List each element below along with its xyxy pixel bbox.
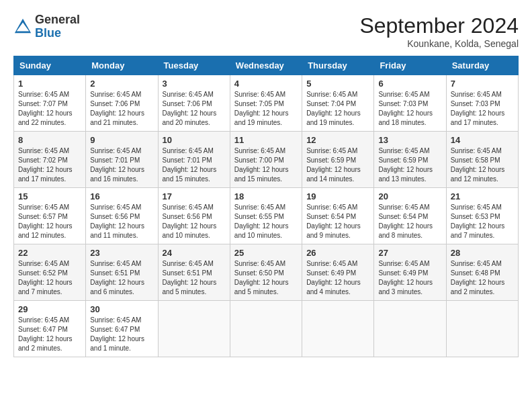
calendar-week-row: 29Sunrise: 6:45 AM Sunset: 6:47 PM Dayli…: [14, 301, 519, 357]
day-info: Sunrise: 6:45 AM Sunset: 6:49 PM Dayligh…: [378, 259, 441, 297]
day-number: 6: [378, 79, 441, 89]
calendar-week-row: 15Sunrise: 6:45 AM Sunset: 6:57 PM Dayli…: [14, 188, 519, 244]
calendar-cell: 3Sunrise: 6:45 AM Sunset: 7:06 PM Daylig…: [158, 75, 230, 132]
day-number: 5: [306, 79, 369, 89]
day-info: Sunrise: 6:45 AM Sunset: 7:06 PM Dayligh…: [90, 90, 153, 128]
day-number: 21: [451, 191, 514, 201]
calendar-cell: 15Sunrise: 6:45 AM Sunset: 6:57 PM Dayli…: [14, 188, 86, 244]
day-info: Sunrise: 6:45 AM Sunset: 6:58 PM Dayligh…: [451, 146, 514, 184]
calendar-cell: 13Sunrise: 6:45 AM Sunset: 6:59 PM Dayli…: [374, 132, 446, 188]
day-info: Sunrise: 6:45 AM Sunset: 7:02 PM Dayligh…: [18, 146, 81, 184]
calendar-cell: 16Sunrise: 6:45 AM Sunset: 6:56 PM Dayli…: [86, 188, 158, 244]
day-info: Sunrise: 6:45 AM Sunset: 7:04 PM Dayligh…: [306, 90, 369, 128]
calendar-cell: 25Sunrise: 6:45 AM Sunset: 6:50 PM Dayli…: [230, 244, 302, 301]
day-number: 19: [306, 191, 369, 201]
logo-icon: [13, 17, 32, 36]
calendar-cell: [374, 301, 446, 357]
day-info: Sunrise: 6:45 AM Sunset: 6:52 PM Dayligh…: [18, 259, 81, 297]
day-number: 23: [90, 248, 153, 258]
calendar-cell: 21Sunrise: 6:45 AM Sunset: 6:53 PM Dayli…: [446, 188, 518, 244]
day-number: 8: [18, 135, 81, 145]
day-info: Sunrise: 6:45 AM Sunset: 6:53 PM Dayligh…: [451, 203, 514, 240]
calendar-cell: 4Sunrise: 6:45 AM Sunset: 7:05 PM Daylig…: [230, 75, 302, 132]
day-info: Sunrise: 6:45 AM Sunset: 7:01 PM Dayligh…: [163, 146, 226, 184]
col-thursday: Thursday: [302, 56, 374, 75]
calendar-cell: 18Sunrise: 6:45 AM Sunset: 6:55 PM Dayli…: [230, 188, 302, 244]
calendar-week-row: 8Sunrise: 6:45 AM Sunset: 7:02 PM Daylig…: [14, 132, 519, 188]
day-number: 9: [90, 135, 153, 145]
day-info: Sunrise: 6:45 AM Sunset: 7:03 PM Dayligh…: [378, 90, 441, 128]
day-number: 20: [378, 191, 441, 201]
day-info: Sunrise: 6:45 AM Sunset: 6:49 PM Dayligh…: [306, 259, 369, 297]
calendar-week-row: 22Sunrise: 6:45 AM Sunset: 6:52 PM Dayli…: [14, 244, 519, 301]
day-info: Sunrise: 6:45 AM Sunset: 7:07 PM Dayligh…: [18, 90, 81, 128]
day-number: 28: [451, 248, 514, 258]
day-number: 22: [18, 248, 81, 258]
day-number: 26: [306, 248, 369, 258]
col-tuesday: Tuesday: [158, 56, 230, 75]
day-info: Sunrise: 6:45 AM Sunset: 7:01 PM Dayligh…: [90, 146, 153, 184]
day-number: 7: [451, 79, 514, 89]
calendar-cell: 30Sunrise: 6:45 AM Sunset: 6:47 PM Dayli…: [86, 301, 158, 357]
month-year: September 2024: [359, 13, 519, 38]
day-info: Sunrise: 6:45 AM Sunset: 6:50 PM Dayligh…: [234, 259, 298, 297]
calendar-cell: 28Sunrise: 6:45 AM Sunset: 6:48 PM Dayli…: [446, 244, 518, 301]
day-number: 13: [378, 135, 441, 145]
day-info: Sunrise: 6:45 AM Sunset: 7:00 PM Dayligh…: [234, 146, 298, 184]
day-number: 11: [234, 135, 298, 145]
day-info: Sunrise: 6:45 AM Sunset: 6:56 PM Dayligh…: [163, 203, 226, 240]
calendar-cell: 27Sunrise: 6:45 AM Sunset: 6:49 PM Dayli…: [374, 244, 446, 301]
calendar-cell: 19Sunrise: 6:45 AM Sunset: 6:54 PM Dayli…: [302, 188, 374, 244]
day-info: Sunrise: 6:45 AM Sunset: 7:06 PM Dayligh…: [163, 90, 226, 128]
day-number: 2: [90, 79, 153, 89]
calendar-cell: 10Sunrise: 6:45 AM Sunset: 7:01 PM Dayli…: [158, 132, 230, 188]
day-info: Sunrise: 6:45 AM Sunset: 6:55 PM Dayligh…: [234, 203, 298, 240]
calendar-cell: 7Sunrise: 6:45 AM Sunset: 7:03 PM Daylig…: [446, 75, 518, 132]
calendar-cell: 17Sunrise: 6:45 AM Sunset: 6:56 PM Dayli…: [158, 188, 230, 244]
day-info: Sunrise: 6:45 AM Sunset: 6:51 PM Dayligh…: [90, 259, 153, 297]
location: Kounkane, Kolda, Senegal: [359, 38, 519, 49]
calendar-table: Sunday Monday Tuesday Wednesday Thursday…: [13, 56, 519, 357]
day-info: Sunrise: 6:45 AM Sunset: 6:54 PM Dayligh…: [378, 203, 441, 240]
day-number: 3: [163, 79, 226, 89]
day-number: 14: [451, 135, 514, 145]
day-number: 25: [234, 248, 298, 258]
calendar-cell: 9Sunrise: 6:45 AM Sunset: 7:01 PM Daylig…: [86, 132, 158, 188]
col-saturday: Saturday: [446, 56, 518, 75]
calendar-cell: 8Sunrise: 6:45 AM Sunset: 7:02 PM Daylig…: [14, 132, 86, 188]
day-info: Sunrise: 6:45 AM Sunset: 6:57 PM Dayligh…: [18, 203, 81, 240]
calendar-cell: 6Sunrise: 6:45 AM Sunset: 7:03 PM Daylig…: [374, 75, 446, 132]
logo-general: General: [35, 13, 80, 26]
calendar-cell: 14Sunrise: 6:45 AM Sunset: 6:58 PM Dayli…: [446, 132, 518, 188]
calendar-header-row: Sunday Monday Tuesday Wednesday Thursday…: [14, 56, 519, 75]
day-number: 24: [163, 248, 226, 258]
day-info: Sunrise: 6:45 AM Sunset: 6:54 PM Dayligh…: [306, 203, 369, 240]
calendar-cell: [230, 301, 302, 357]
day-number: 1: [18, 79, 81, 89]
calendar-week-row: 1Sunrise: 6:45 AM Sunset: 7:07 PM Daylig…: [14, 75, 519, 132]
calendar-cell: 22Sunrise: 6:45 AM Sunset: 6:52 PM Dayli…: [14, 244, 86, 301]
day-number: 12: [306, 135, 369, 145]
day-info: Sunrise: 6:45 AM Sunset: 6:56 PM Dayligh…: [90, 203, 153, 240]
calendar-cell: 2Sunrise: 6:45 AM Sunset: 7:06 PM Daylig…: [86, 75, 158, 132]
day-info: Sunrise: 6:45 AM Sunset: 6:51 PM Dayligh…: [163, 259, 226, 297]
col-wednesday: Wednesday: [230, 56, 302, 75]
calendar-cell: [158, 301, 230, 357]
calendar-cell: [446, 301, 518, 357]
day-info: Sunrise: 6:45 AM Sunset: 6:47 PM Dayligh…: [18, 316, 81, 353]
day-number: 27: [378, 248, 441, 258]
day-number: 18: [234, 191, 298, 201]
col-monday: Monday: [86, 56, 158, 75]
day-info: Sunrise: 6:45 AM Sunset: 6:59 PM Dayligh…: [306, 146, 369, 184]
day-number: 4: [234, 79, 298, 89]
calendar-cell: 5Sunrise: 6:45 AM Sunset: 7:04 PM Daylig…: [302, 75, 374, 132]
col-friday: Friday: [374, 56, 446, 75]
page-header: General Blue September 2024 Kounkane, Ko…: [13, 13, 519, 49]
calendar-cell: 26Sunrise: 6:45 AM Sunset: 6:49 PM Dayli…: [302, 244, 374, 301]
logo-blue: Blue: [35, 26, 61, 40]
day-number: 29: [18, 304, 81, 314]
day-info: Sunrise: 6:45 AM Sunset: 6:47 PM Dayligh…: [90, 316, 153, 353]
calendar-cell: 20Sunrise: 6:45 AM Sunset: 6:54 PM Dayli…: [374, 188, 446, 244]
calendar-cell: 12Sunrise: 6:45 AM Sunset: 6:59 PM Dayli…: [302, 132, 374, 188]
day-info: Sunrise: 6:45 AM Sunset: 7:03 PM Dayligh…: [451, 90, 514, 128]
